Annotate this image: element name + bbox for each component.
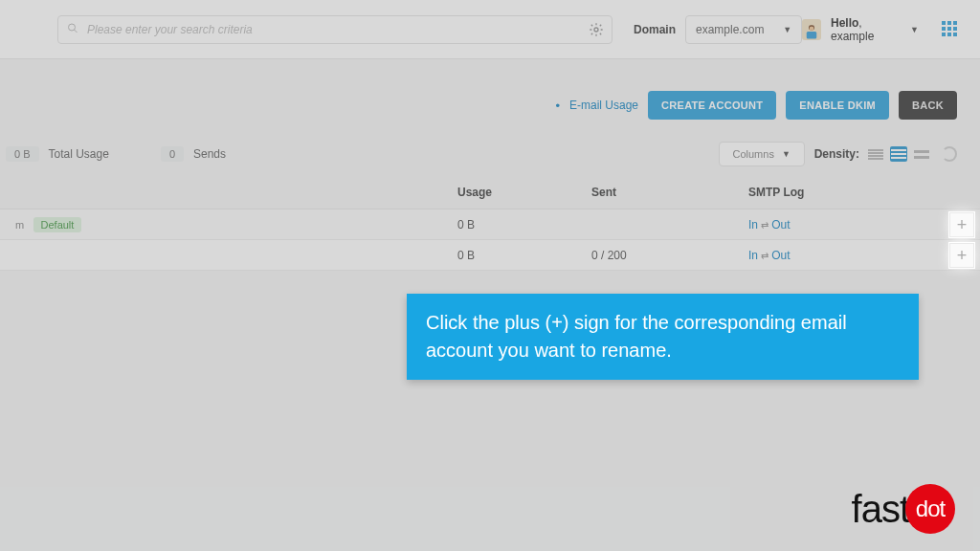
usage-cell: 0 B — [457, 249, 591, 262]
density-medium[interactable] — [890, 146, 907, 162]
col-smtp[interactable]: SMTP Log — [748, 186, 946, 199]
col-sent[interactable]: Sent — [591, 186, 748, 199]
smtp-in-link[interactable]: In — [748, 218, 758, 231]
total-usage-value: 0 B — [6, 146, 39, 162]
search-icon — [67, 22, 78, 36]
refresh-icon[interactable] — [942, 146, 957, 162]
back-button[interactable]: BACK — [899, 91, 957, 120]
bullet-icon: • — [555, 99, 560, 113]
default-badge: Default — [33, 217, 82, 232]
sends-label: Sends — [193, 147, 226, 161]
account-suffix: m — [15, 219, 24, 231]
stats-toolbar: 0 B Total Usage 0 Sends Columns ▼ Densit… — [0, 128, 980, 176]
expand-plus-icon[interactable]: + — [949, 212, 974, 237]
user-menu-caret[interactable]: ▼ — [910, 25, 919, 34]
density-group: Density: — [814, 146, 957, 162]
fastdot-logo: fast dot — [852, 484, 955, 534]
smtp-out-link[interactable]: Out — [771, 218, 790, 231]
density-compact[interactable] — [867, 146, 884, 162]
search-wrap — [57, 15, 612, 44]
enable-dkim-button[interactable]: ENABLE DKIM — [786, 91, 889, 120]
svg-rect-4 — [807, 32, 817, 39]
tutorial-callout: Click the plus (+) sign for the correspo… — [407, 294, 919, 380]
table-row: m Default 0 B In ⇄ Out + — [0, 209, 980, 240]
chevron-down-icon: ▼ — [782, 149, 791, 159]
gear-icon[interactable] — [588, 21, 605, 38]
chevron-down-icon: ▼ — [783, 25, 791, 34]
svg-point-0 — [69, 24, 76, 31]
apps-icon[interactable] — [942, 21, 957, 38]
domain-select[interactable]: example.com ▼ — [685, 15, 802, 44]
sent-cell: 0 / 200 — [591, 249, 748, 262]
hello-text: Hello, example — [831, 16, 901, 43]
usage-cell: 0 B — [457, 218, 591, 231]
svg-line-1 — [75, 30, 78, 33]
user-area: Hello, example ▼ — [802, 16, 957, 43]
smtp-in-link[interactable]: In — [748, 249, 758, 262]
swap-icon: ⇄ — [761, 220, 771, 231]
smtp-out-link[interactable]: Out — [771, 249, 790, 262]
total-usage-label: Total Usage — [49, 147, 109, 161]
columns-select[interactable]: Columns ▼ — [719, 142, 805, 166]
svg-rect-5 — [810, 26, 814, 30]
action-bar: • E-mail Usage CREATE ACCOUNT ENABLE DKI… — [0, 59, 980, 128]
create-account-button[interactable]: CREATE ACCOUNT — [648, 91, 776, 120]
table-header: Usage Sent SMTP Log — [0, 176, 980, 209]
domain-label: Domain — [634, 23, 676, 36]
svg-point-2 — [594, 28, 598, 32]
sends-value: 0 — [161, 146, 184, 162]
expand-plus-icon[interactable]: + — [949, 243, 974, 268]
avatar[interactable] — [802, 19, 821, 40]
search-input[interactable] — [57, 15, 612, 44]
top-header: Domain example.com ▼ Hello, example ▼ — [0, 0, 980, 59]
domain-value: example.com — [696, 23, 764, 36]
swap-icon: ⇄ — [761, 251, 771, 261]
col-usage[interactable]: Usage — [457, 186, 591, 199]
density-wide[interactable] — [913, 146, 930, 162]
email-usage-link[interactable]: E-mail Usage — [569, 99, 638, 112]
accounts-table: Usage Sent SMTP Log m Default 0 B In ⇄ O… — [0, 176, 980, 271]
density-label: Density: — [814, 147, 859, 161]
table-row: 0 B 0 / 200 In ⇄ Out + — [0, 240, 980, 271]
